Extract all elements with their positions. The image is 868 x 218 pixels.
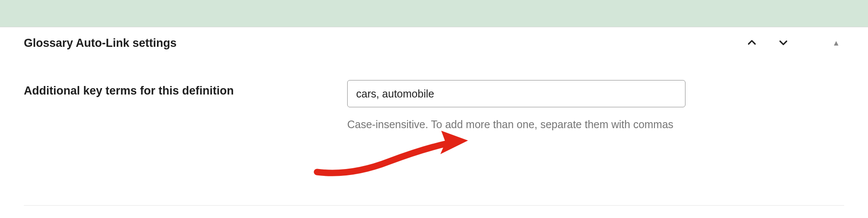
collapse-toggle[interactable]: ▲ xyxy=(832,39,840,48)
panel-body: Additional key terms for this definition… xyxy=(0,59,868,133)
key-terms-input[interactable] xyxy=(347,80,685,107)
notification-band xyxy=(0,0,868,27)
panel-header: Glossary Auto-Link settings ▲ xyxy=(0,27,868,59)
chevron-up-icon xyxy=(746,37,757,49)
triangle-up-icon: ▲ xyxy=(832,39,840,47)
arrow-annotation xyxy=(313,129,470,180)
field-input-wrap: Case-insensitive. To add more than one, … xyxy=(347,80,685,133)
move-up-button[interactable] xyxy=(744,35,760,51)
panel-title: Glossary Auto-Link settings xyxy=(24,37,177,50)
chevron-down-icon xyxy=(778,37,789,49)
panel-controls: ▲ xyxy=(744,35,844,51)
section-divider xyxy=(24,205,844,206)
field-row: Additional key terms for this definition… xyxy=(24,80,844,133)
field-label: Additional key terms for this definition xyxy=(24,80,347,98)
svg-marker-0 xyxy=(440,131,468,154)
move-down-button[interactable] xyxy=(775,35,791,51)
field-help-text: Case-insensitive. To add more than one, … xyxy=(347,117,685,133)
